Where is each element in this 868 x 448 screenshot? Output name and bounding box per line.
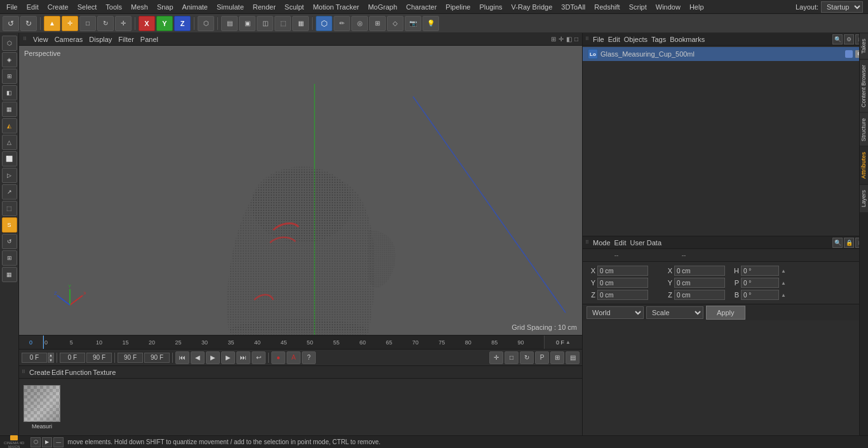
param-track-btn[interactable]: P [535,351,549,364]
coord-h-up[interactable]: ▲ [781,268,786,274]
render-to-picture-btn[interactable]: ⬚ [275,16,291,31]
menu-redshift[interactable]: Redshift [590,0,623,13]
menu-render[interactable]: Render [249,0,280,13]
go-to-end-btn[interactable]: ⏭ [236,351,250,364]
status-render-icon[interactable]: ▶ [42,437,52,447]
vtab-attributes[interactable]: Attributes [860,146,868,184]
left-tool-10[interactable]: ↗ [2,184,17,200]
snap-cube-btn[interactable]: ⬡ [316,16,332,31]
left-tool-8[interactable]: ⬜ [2,151,17,166]
start-frame-input[interactable] [60,353,85,363]
obj-search-btn[interactable]: 🔍 [832,34,843,44]
menu-sculpt[interactable]: Sculpt [281,0,308,13]
menu-mesh[interactable]: Mesh [127,0,152,13]
viewport-menu-filter[interactable]: Filter [118,36,133,43]
coord-x-pos-input[interactable]: 0 cm [597,266,648,276]
prev-frame-btn[interactable]: ◀ [191,351,205,364]
layout-select[interactable]: Startup [821,1,863,13]
obj-menu-tags[interactable]: Tags [651,36,666,43]
next-frame-btn[interactable]: ▶ [221,351,235,364]
left-tool-1[interactable]: ⬡ [2,36,17,51]
redo-button[interactable]: ↻ [20,16,37,31]
obj-menu-edit[interactable]: Edit [608,36,620,43]
coord-y-scale-input[interactable]: 0 cm [674,278,725,288]
motion-btn[interactable]: ✛ [489,351,503,364]
timeline-ruler[interactable]: 0 0 5 10 15 20 25 30 [19,335,582,349]
coord-z-pos-input[interactable]: 0 cm [597,290,648,300]
rotate-tool-button[interactable]: ↻ [97,16,114,31]
axis-z-button[interactable]: Z [174,16,191,31]
mat-menu-edit[interactable]: Edit [51,369,64,376]
left-tool-3[interactable]: ⊞ [2,69,17,84]
menu-help[interactable]: Help [686,0,708,13]
snap-target-btn[interactable]: ◎ [351,16,368,31]
menu-simulate[interactable]: Simulate [213,0,248,13]
menu-file[interactable]: File [3,0,22,13]
menu-motion-tracker[interactable]: Motion Tracker [309,0,363,13]
menu-pipeline[interactable]: Pipeline [442,0,474,13]
object-list[interactable]: Lo Glass_Measuring_Cup_500ml ⚙ [583,46,868,236]
coord-b-input[interactable]: 0° [741,290,779,300]
material-item[interactable]: Measuri [23,385,61,430]
render-active-view-btn[interactable]: ▣ [239,16,255,31]
help-transport-btn[interactable]: ? [302,351,316,364]
menu-plugins[interactable]: Plugins [475,0,506,13]
preview-end-input[interactable] [144,353,170,363]
snap-camera-btn[interactable]: 📷 [405,16,421,31]
frame-down-arrow[interactable]: ▼ [48,358,54,363]
vtab-layers[interactable]: Layers [860,184,868,212]
menu-vray[interactable]: V-Ray Bridge [508,0,557,13]
vtab-structure[interactable]: Structure [860,112,868,147]
menu-select[interactable]: Select [74,0,101,13]
menu-character[interactable]: Character [402,0,440,13]
apply-button[interactable]: Apply [706,306,745,320]
world-dropdown[interactable]: World [587,306,644,319]
preview-start-input[interactable] [118,353,143,363]
menu-3dtoall[interactable]: 3DToAll [557,0,589,13]
attr-menu-userdata[interactable]: User Data [630,239,662,247]
vtab-takes[interactable]: Takes [860,33,868,59]
attr-menu-mode[interactable]: Mode [593,239,611,247]
obj-menu-file[interactable]: File [593,36,604,43]
obj-mode-btn[interactable]: ⬡ [198,16,214,31]
model-mode-button[interactable]: ▲ [44,16,60,31]
render-queue-btn[interactable]: ▦ [292,16,309,31]
vp-icon-expand[interactable]: ⊞ [551,36,556,43]
snap-array-btn[interactable]: ⊞ [369,16,386,31]
vtab-content-browser[interactable]: Content Browser [860,59,868,112]
scale-tool-button[interactable]: □ [79,16,96,31]
axis-y-button[interactable]: Y [156,16,173,31]
loop-btn[interactable]: ↩ [252,351,266,364]
attr-search-btn[interactable]: 🔍 [832,238,843,248]
attr-menu-edit[interactable]: Edit [614,239,627,247]
go-to-start-btn[interactable]: ⏮ [175,351,189,364]
coord-z-scale-input[interactable]: 0 cm [674,290,725,300]
coord-p-up[interactable]: ▲ [781,280,786,286]
current-frame-input[interactable] [22,353,47,363]
render-settings-btn[interactable]: ◫ [257,16,273,31]
attr-lock-btn[interactable]: 🔒 [844,238,854,248]
frame-counter-up[interactable]: ▲ [566,339,571,345]
end-frame-input[interactable] [86,353,112,363]
play-btn[interactable]: ▶ [206,351,220,364]
vp-icon-settings[interactable]: ◧ [566,36,572,43]
obj-filter-btn[interactable]: ⚙ [844,34,854,44]
axis-x-button[interactable]: X [139,16,155,31]
coord-x-scale-input[interactable]: 0 cm [674,266,725,276]
left-tool-7[interactable]: △ [2,135,17,150]
scale-dropdown[interactable]: Scale [646,306,703,319]
left-tool-9[interactable]: ▷ [2,168,17,183]
menu-create[interactable]: Create [44,0,72,13]
transform-tool-button[interactable]: ✛ [115,16,132,31]
object-row-cup[interactable]: Lo Glass_Measuring_Cup_500ml ⚙ [583,47,868,61]
snap-light-btn[interactable]: 💡 [423,16,439,31]
coord-p-input[interactable]: 0° [741,278,779,288]
viewport-menu-display[interactable]: Display [89,36,112,43]
menu-snap[interactable]: Snap [153,0,177,13]
status-scene-icon[interactable]: ⬡ [31,437,41,447]
snap-pen-btn[interactable]: ✏ [334,16,350,31]
left-tool-12[interactable]: S [2,217,17,233]
record-btn[interactable]: ● [271,351,285,364]
vp-icon-collapse[interactable]: □ [574,36,578,43]
coord-h-input[interactable]: 0° [741,266,779,276]
